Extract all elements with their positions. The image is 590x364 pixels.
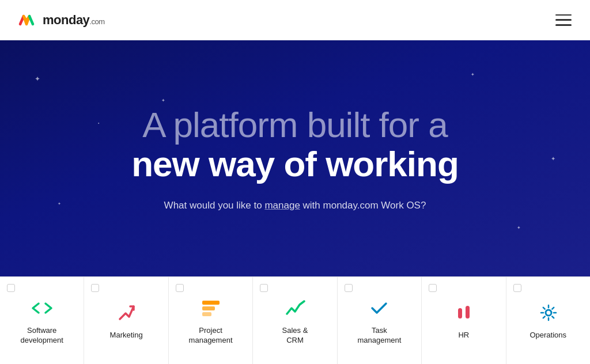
svg-rect-3 (458, 308, 462, 318)
hamburger-line-1 (555, 14, 572, 16)
category-label-project: Projectmanagement (189, 326, 233, 346)
category-checkbox[interactable] (429, 284, 437, 292)
category-checkbox[interactable] (91, 284, 99, 292)
categories-section: Softwaredevelopment Marketing Projectman… (0, 276, 590, 364)
category-project-management[interactable]: Projectmanagement (169, 277, 253, 364)
hamburger-button[interactable] (555, 14, 572, 26)
category-label-marketing: Marketing (110, 331, 143, 340)
hamburger-line-3 (555, 24, 572, 26)
category-sales-crm[interactable]: Sales &CRM (253, 277, 337, 364)
category-checkbox[interactable] (513, 284, 521, 292)
hr-icon (452, 301, 476, 325)
task-icon (367, 296, 391, 320)
category-checkbox[interactable] (7, 284, 15, 292)
logo-icon (18, 14, 39, 26)
project-icon (199, 296, 223, 320)
category-marketing[interactable]: Marketing (84, 277, 168, 364)
logo-area[interactable]: monday.com (18, 13, 105, 28)
code-icon (30, 296, 54, 320)
category-label-software: Softwaredevelopment (20, 326, 63, 346)
hero-subtitle: What would you like to manage with monda… (164, 200, 426, 211)
category-label-operations: Operations (530, 331, 566, 340)
star-decoration: ✦ (471, 72, 475, 77)
operations-icon (536, 301, 560, 325)
star-decoration: ✦ (161, 98, 165, 103)
star-decoration: ✦ (551, 156, 555, 162)
marketing-icon (114, 301, 138, 325)
category-checkbox[interactable] (260, 284, 268, 292)
category-label-hr: HR (458, 331, 469, 340)
hamburger-line-2 (555, 19, 572, 21)
logo-brand-text: monday.com (43, 13, 105, 28)
svg-rect-2 (202, 312, 211, 316)
category-hr[interactable]: HR (422, 277, 506, 364)
star-decoration: • (98, 121, 99, 125)
category-checkbox[interactable] (345, 284, 353, 292)
category-operations[interactable]: Operations (506, 277, 590, 364)
hero-subtitle-suffix: with monday.com Work OS? (300, 200, 426, 211)
svg-point-5 (546, 310, 551, 316)
svg-rect-1 (202, 306, 215, 310)
svg-rect-4 (466, 306, 470, 318)
logo-dots (18, 14, 37, 26)
hero-subtitle-manage: manage (264, 200, 300, 211)
monday-logo-mark (18, 14, 37, 26)
star-decoration: ✦ (517, 225, 521, 230)
hero-title: A platform built for a new way of workin… (131, 105, 459, 184)
category-label-sales: Sales &CRM (282, 326, 308, 346)
sales-icon (283, 296, 307, 320)
hero-subtitle-prefix: What would you like to (164, 200, 265, 211)
category-task-management[interactable]: Taskmanagement (338, 277, 422, 364)
category-checkbox[interactable] (176, 284, 184, 292)
hero-title-bold: new way of working (131, 144, 459, 184)
header: monday.com (0, 0, 590, 40)
category-label-task: Taskmanagement (357, 326, 401, 346)
category-software-development[interactable]: Softwaredevelopment (0, 277, 84, 364)
hero-section: ✦ ✦ ✦ ✦ ✦ ✦ • A platform built for a new… (0, 40, 590, 276)
hero-title-light: A platform built for a (142, 105, 447, 145)
svg-rect-0 (202, 301, 220, 305)
star-decoration: ✦ (35, 75, 40, 83)
star-decoration: ✦ (58, 202, 61, 206)
